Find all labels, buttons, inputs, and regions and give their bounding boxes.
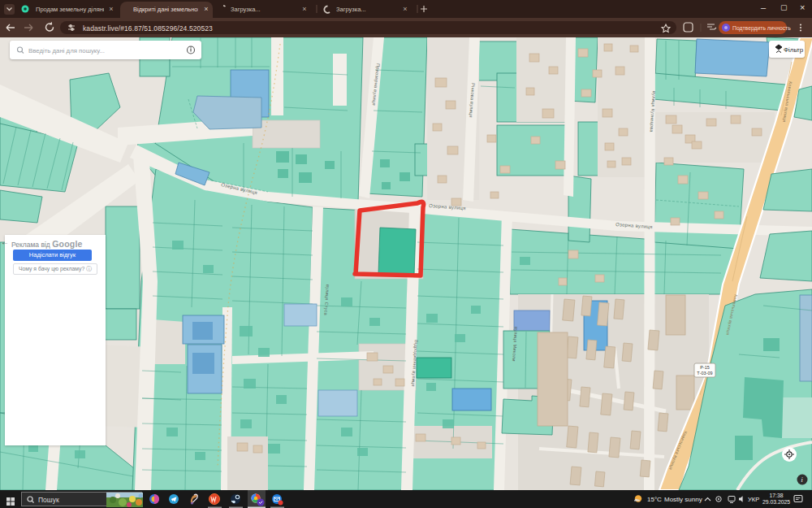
svg-text:i: i [801, 476, 803, 484]
svg-text:Р-15: Р-15 [700, 365, 710, 370]
svg-text:Т-03-09: Т-03-09 [697, 371, 712, 376]
